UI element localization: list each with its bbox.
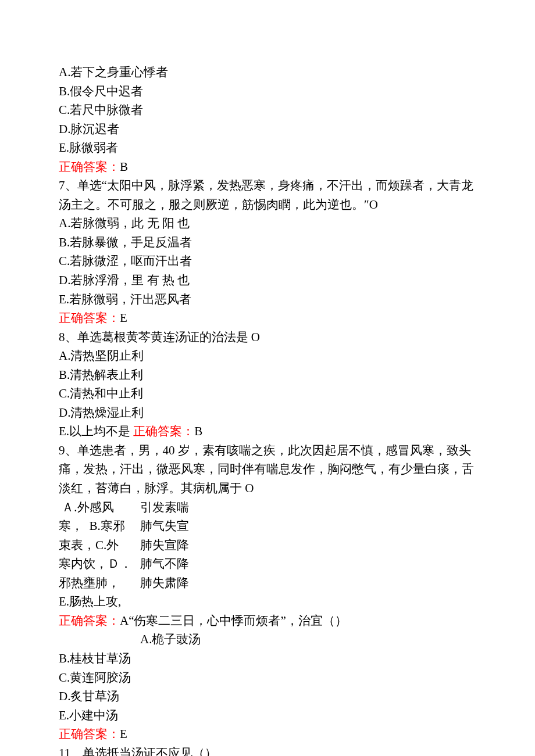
q8-option-e-answer: E.以上均不是 正确答案：B <box>59 422 476 441</box>
q9-col2-a: 引发素喘 <box>140 500 189 514</box>
q6-option-a: A.若下之身重心悸者 <box>59 63 476 82</box>
q9-row-e: 邪热壅肺，肺失肃降 <box>59 574 476 593</box>
q9-col1-e: 邪热壅肺， <box>59 574 140 593</box>
q9-option-f: E.肠热上攻, <box>59 592 476 611</box>
q6-answer: 正确答案：B <box>59 157 476 177</box>
q10-stem: “伤寒二三日，心中悸而烦者”，治宜（） <box>129 614 347 628</box>
q10-opt-a-text: A.桅子豉汤 <box>140 632 201 646</box>
answer-value: E <box>120 311 127 325</box>
q10-option-b: B.桂枝甘草汤 <box>59 649 476 668</box>
q10-option-a: A.桅子豉汤 <box>59 630 476 649</box>
q8-option-b: B.清热解表止利 <box>59 366 476 385</box>
q9-stem-line-3: 淡红，苔薄白，脉浮。其病机属于 O <box>59 479 476 498</box>
q7-answer: 正确答案：E <box>59 309 476 328</box>
q8-option-d: D.清热燥湿止利 <box>59 403 476 422</box>
answer-label: 正确答案： <box>59 311 120 325</box>
q9-col2-c: 肺失宣降 <box>140 538 189 552</box>
answer-value: A <box>120 614 129 628</box>
q9-row-a: Ａ.外感风引发素喘 <box>59 498 476 517</box>
q7-stem-line-1: 7、单选“太阳中风，脉浮紧，发热恶寒，身疼痛，不汗出，而烦躁者，大青龙 <box>59 176 476 195</box>
q8-option-a: A.清热坚阴止利 <box>59 346 476 366</box>
q7-stem-line-2: 汤主之。不可服之，服之则厥逆，筋惕肉瞤，此为逆也。″O <box>59 195 476 214</box>
q11-stem: 11、单选抵当汤证不应见（） <box>59 744 476 756</box>
q8-option-e-prefix: E.以上均不是 <box>59 424 133 438</box>
q7-option-e: E.若脉微弱，汗出恶风者 <box>59 290 476 309</box>
answer-label: 正确答案： <box>133 424 194 438</box>
q9-row-d: 寒内饮，Ｄ．肺气不降 <box>59 554 476 574</box>
answer-value: E <box>120 727 127 741</box>
q9-row-b: 寒， B.寒邪肺气失宣 <box>59 517 476 536</box>
q6-option-e: E.脉微弱者 <box>59 138 476 157</box>
q9-col1-c: 束表，C.外 <box>59 536 140 555</box>
q9-row-c: 束表，C.外肺失宣降 <box>59 536 476 555</box>
q9-answer-and-q10-stem: 正确答案：A“伤寒二三日，心中悸而烦者”，治宜（） <box>59 611 476 630</box>
q9-col1-b: 寒， B.寒邪 <box>59 517 140 536</box>
q9-col1-a: Ａ.外感风 <box>59 498 140 517</box>
q8-stem: 8、单选葛根黄芩黄连汤证的治法是 O <box>59 328 476 347</box>
answer-value: B <box>120 160 128 174</box>
q6-option-d: D.脉沉迟者 <box>59 120 476 139</box>
answer-value: B <box>194 424 202 438</box>
q7-option-d: D.若脉浮滑，里 有 热 也 <box>59 271 476 290</box>
q10-option-d: D.炙甘草汤 <box>59 687 476 706</box>
q7-option-b: B.若脉暴微，手足反温者 <box>59 233 476 252</box>
q9-stem-line-1: 9、单选患者，男，40 岁，素有咳喘之疾，此次因起居不慎，感冒风寒，致头 <box>59 441 476 460</box>
q9-col2-e: 肺失肃降 <box>140 576 189 590</box>
answer-label: 正确答案： <box>59 614 120 628</box>
q10-option-e: E.小建中汤 <box>59 706 476 725</box>
q8-option-c: C.清热和中止利 <box>59 384 476 403</box>
answer-label: 正确答案： <box>59 160 120 174</box>
q7-option-c: C.若脉微涩，呕而汗出者 <box>59 252 476 271</box>
q10-option-c: C.黄连阿胶汤 <box>59 668 476 687</box>
q6-option-c: C.若尺中脉微者 <box>59 101 476 120</box>
q7-option-a: A.若脉微弱，此 无 阳 也 <box>59 214 476 233</box>
q10-answer: 正确答案：E <box>59 725 476 744</box>
answer-label: 正确答案： <box>59 727 120 741</box>
q6-option-b: B.假令尺中迟者 <box>59 82 476 101</box>
q9-col1-d: 寒内饮，Ｄ． <box>59 554 140 574</box>
q9-col2-b: 肺气失宣 <box>140 519 189 533</box>
q9-stem-line-2: 痛，发热，汗出，微恶风寒，同时伴有喘息发作，胸闷憋气，有少量白痰，舌 <box>59 460 476 479</box>
q9-col2-d: 肺气不降 <box>140 557 189 571</box>
